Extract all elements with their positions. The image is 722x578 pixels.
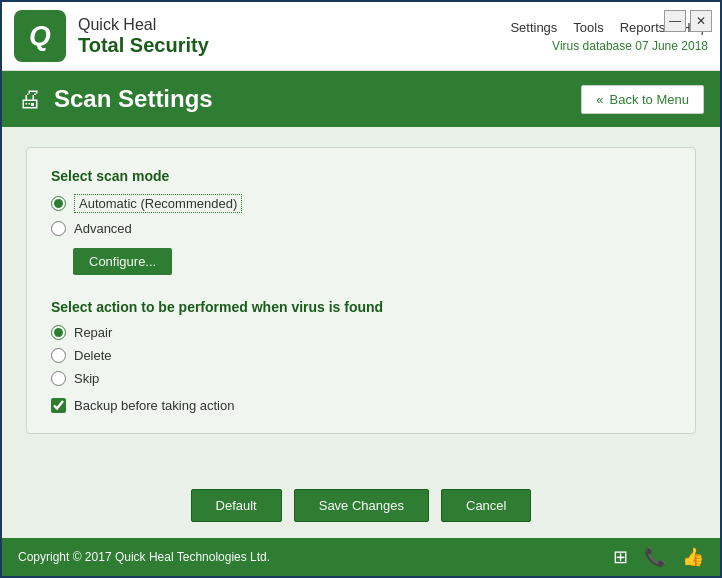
content-panel: Select scan mode Automatic (Recommended)… bbox=[26, 147, 696, 434]
action-delete[interactable]: Delete bbox=[51, 348, 671, 363]
scan-settings-icon: 🖨 bbox=[18, 85, 42, 113]
virus-database-text: Virus database 07 June 2018 bbox=[552, 39, 708, 53]
action-delete-label: Delete bbox=[74, 348, 112, 363]
scan-mode-advanced[interactable]: Advanced bbox=[51, 221, 671, 236]
action-repair-radio[interactable] bbox=[51, 325, 66, 340]
back-chevron-icon: « bbox=[596, 92, 603, 107]
status-icons: ⊞ 📞 👍 bbox=[613, 546, 704, 568]
scan-mode-auto-radio[interactable] bbox=[51, 196, 66, 211]
section-title-area: 🖨 Scan Settings bbox=[18, 85, 213, 113]
virus-action-radio-group: Repair Delete Skip bbox=[51, 325, 671, 386]
app-name-block: Quick Heal Total Security bbox=[78, 16, 209, 57]
minimize-button[interactable]: — bbox=[664, 10, 686, 32]
status-bar: Copyright © 2017 Quick Heal Technologies… bbox=[2, 538, 720, 576]
app-name-line2: Total Security bbox=[78, 34, 209, 57]
section-header: 🖨 Scan Settings « Back to Menu bbox=[2, 71, 720, 127]
backup-checkbox[interactable] bbox=[51, 398, 66, 413]
action-repair[interactable]: Repair bbox=[51, 325, 671, 340]
nav-settings[interactable]: Settings bbox=[510, 20, 557, 35]
backup-label: Backup before taking action bbox=[74, 398, 234, 413]
cancel-button[interactable]: Cancel bbox=[441, 489, 531, 522]
virus-action-label: Select action to be performed when virus… bbox=[51, 299, 671, 315]
action-skip-radio[interactable] bbox=[51, 371, 66, 386]
logo-letter: Q bbox=[29, 20, 51, 52]
action-skip[interactable]: Skip bbox=[51, 371, 671, 386]
nav-reports[interactable]: Reports bbox=[620, 20, 666, 35]
action-delete-radio[interactable] bbox=[51, 348, 66, 363]
app-logo: Q bbox=[14, 10, 66, 62]
scan-mode-radio-group: Automatic (Recommended) Advanced bbox=[51, 194, 671, 236]
scan-mode-advanced-radio[interactable] bbox=[51, 221, 66, 236]
close-button[interactable]: ✕ bbox=[690, 10, 712, 32]
back-btn-label: Back to Menu bbox=[610, 92, 690, 107]
backup-checkbox-item[interactable]: Backup before taking action bbox=[51, 398, 671, 413]
phone-icon[interactable]: 📞 bbox=[644, 546, 666, 568]
scan-mode-auto[interactable]: Automatic (Recommended) bbox=[51, 194, 671, 213]
virus-action-section: Select action to be performed when virus… bbox=[51, 299, 671, 413]
default-button[interactable]: Default bbox=[191, 489, 282, 522]
title-bar: Q Quick Heal Total Security Settings Too… bbox=[2, 2, 720, 71]
main-content: Select scan mode Automatic (Recommended)… bbox=[2, 127, 720, 477]
grid-icon[interactable]: ⊞ bbox=[613, 546, 628, 568]
nav-tools[interactable]: Tools bbox=[573, 20, 603, 35]
footer-area: Default Save Changes Cancel bbox=[2, 477, 720, 538]
main-window: Q Quick Heal Total Security Settings Too… bbox=[0, 0, 722, 578]
thumbsup-icon[interactable]: 👍 bbox=[682, 546, 704, 568]
back-to-menu-button[interactable]: « Back to Menu bbox=[581, 85, 704, 114]
action-skip-label: Skip bbox=[74, 371, 99, 386]
scan-mode-label: Select scan mode bbox=[51, 168, 671, 184]
section-title: Scan Settings bbox=[54, 85, 213, 113]
configure-button[interactable]: Configure... bbox=[73, 248, 172, 275]
window-controls: — ✕ bbox=[664, 10, 712, 32]
scan-mode-advanced-label: Advanced bbox=[74, 221, 132, 236]
copyright-text: Copyright © 2017 Quick Heal Technologies… bbox=[18, 550, 270, 564]
scan-mode-auto-label: Automatic (Recommended) bbox=[74, 194, 242, 213]
action-repair-label: Repair bbox=[74, 325, 112, 340]
app-name-line1: Quick Heal bbox=[78, 16, 209, 34]
save-changes-button[interactable]: Save Changes bbox=[294, 489, 429, 522]
